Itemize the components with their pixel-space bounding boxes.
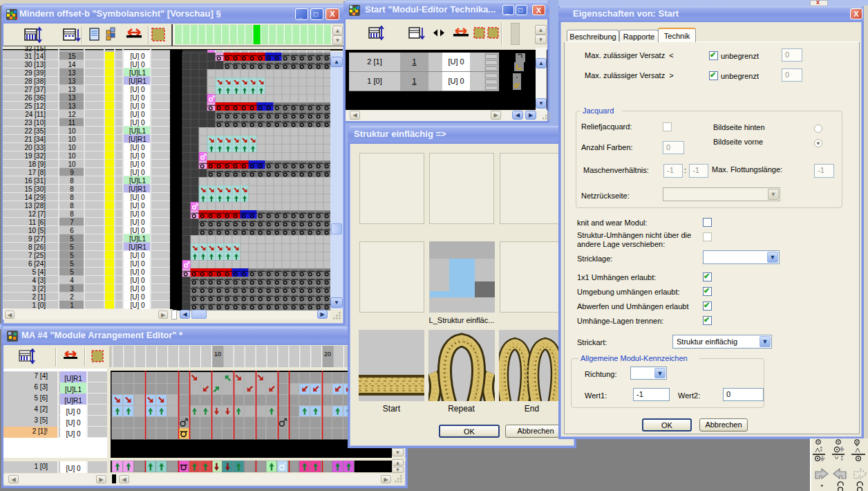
svg-text:[U] 0: [U] 0 [130,111,145,118]
svg-text:12 [7]: 12 [7] [28,210,46,218]
svg-text:14 [29]: 14 [29] [24,194,46,201]
svg-text:9: 9 [70,169,74,176]
svg-text:11: 11 [68,119,76,127]
svg-text:[U] 0: [U] 0 [130,277,145,284]
svg-text:3 [2]: 3 [2] [32,285,46,293]
svg-text:[U]R1: [U]R1 [129,77,147,85]
svg-text:[U] 0: [U] 0 [130,102,145,110]
svg-text:[U] 0: [U] 0 [130,94,145,102]
svg-text:[U] 0: [U] 0 [130,285,145,293]
svg-text:8: 8 [70,210,74,218]
svg-text:[U] 0: [U] 0 [130,219,145,226]
svg-text:10: 10 [68,160,76,168]
svg-text:10 [5]: 10 [5] [28,227,46,234]
svg-text:4: 4 [70,277,74,284]
svg-text:5: 5 [70,260,74,268]
svg-text:11 [6]: 11 [6] [29,219,46,226]
svg-text:17 [8]: 17 [8] [28,169,46,176]
svg-text:13 [28]: 13 [28] [24,202,46,210]
svg-text:[U] 0: [U] 0 [130,152,145,160]
svg-text:[U] 0: [U] 0 [130,169,145,176]
svg-text:20 [33]: 20 [33] [24,144,46,151]
svg-text:9 [27]: 9 [27] [28,235,46,243]
svg-text:[U] 0: [U] 0 [130,252,145,259]
svg-text:10: 10 [68,127,76,135]
svg-text:[U] 0: [U] 0 [130,61,145,68]
svg-text:18 [9]: 18 [9] [28,160,46,168]
svg-text:3: 3 [70,285,74,293]
svg-text:5: 5 [70,235,74,243]
svg-text:12: 12 [68,111,76,118]
svg-text:10: 10 [68,152,76,160]
svg-text:27 [37]: 27 [37] [24,86,46,93]
svg-text:21 [34]: 21 [34] [24,136,46,143]
svg-text:10: 10 [68,136,76,143]
svg-text:8: 8 [70,194,74,201]
svg-text:[U] 0: [U] 0 [130,227,145,234]
svg-text:[U] 0: [U] 0 [130,86,145,93]
svg-text:8: 8 [70,202,74,210]
svg-text:[U]R1: [U]R1 [129,185,147,193]
svg-text:23 [10]: 23 [10] [24,119,46,127]
svg-text:[U] 0: [U] 0 [130,293,145,301]
svg-text:1: 1 [70,302,74,309]
svg-text:13: 13 [68,102,76,110]
svg-text:19 [32]: 19 [32] [24,152,46,160]
svg-text:16 [31]: 16 [31] [24,177,46,185]
svg-text:31 [14]: 31 [14] [24,53,46,60]
svg-text:22 [35]: 22 [35] [24,127,46,135]
svg-text:20: 20 [324,351,331,358]
svg-text:13: 13 [68,94,76,102]
svg-text:2: 2 [70,293,74,301]
svg-text:5: 5 [70,243,74,251]
svg-text:10: 10 [214,351,221,358]
svg-text:[U] 0: [U] 0 [130,260,145,268]
svg-text:8 [26]: 8 [26] [28,243,46,251]
svg-text:[U]L1: [U]L1 [129,127,146,135]
svg-text:[U] 0: [U] 0 [130,119,145,127]
svg-text:5: 5 [70,252,74,259]
svg-text:14: 14 [68,61,76,68]
svg-text:1 [0]: 1 [0] [32,302,46,309]
svg-text:[U] 0: [U] 0 [130,302,145,309]
svg-text:10: 10 [68,144,76,151]
svg-text:28 [38]: 28 [38] [24,77,46,85]
svg-text:6: 6 [70,227,74,234]
svg-text:8: 8 [70,185,74,193]
svg-text:5 [4]: 5 [4] [32,268,46,276]
svg-text:26 [36]: 26 [36] [24,94,46,102]
svg-text:13: 13 [68,69,76,77]
svg-text:[U] 0: [U] 0 [130,210,145,218]
svg-text:5: 5 [70,268,74,276]
svg-text:4 [3]: 4 [3] [32,277,46,284]
svg-text:[U]L1: [U]L1 [129,235,146,243]
svg-text:8: 8 [70,177,74,185]
svg-text:2 [1]: 2 [1] [32,293,46,301]
svg-text:[U] 0: [U] 0 [130,268,145,276]
svg-text:7 [25]: 7 [25] [28,252,46,259]
svg-text:[U]R1: [U]R1 [129,243,147,251]
svg-text:[U]L1: [U]L1 [129,177,146,185]
svg-text:25 [12]: 25 [12] [24,102,46,110]
svg-text:[U] 0: [U] 0 [130,160,145,168]
svg-text:[U] 0: [U] 0 [130,53,145,60]
svg-text:13: 13 [68,86,76,93]
svg-text:15: 15 [68,53,76,60]
svg-text:[U]L1: [U]L1 [129,69,146,77]
svg-text:[U] 0: [U] 0 [130,194,145,201]
svg-text:[U] 0: [U] 0 [130,144,145,151]
svg-text:[U] 0: [U] 0 [130,202,145,210]
svg-text:30 [13]: 30 [13] [24,61,46,68]
svg-text:6 [24]: 6 [24] [28,260,46,268]
svg-text:13: 13 [68,77,76,85]
svg-text:[U]R1: [U]R1 [129,136,147,143]
svg-text:29 [39]: 29 [39] [24,69,46,77]
svg-text:15 [30]: 15 [30] [24,185,46,193]
svg-text:24 [11]: 24 [11] [25,111,46,118]
svg-text:7: 7 [70,219,74,226]
